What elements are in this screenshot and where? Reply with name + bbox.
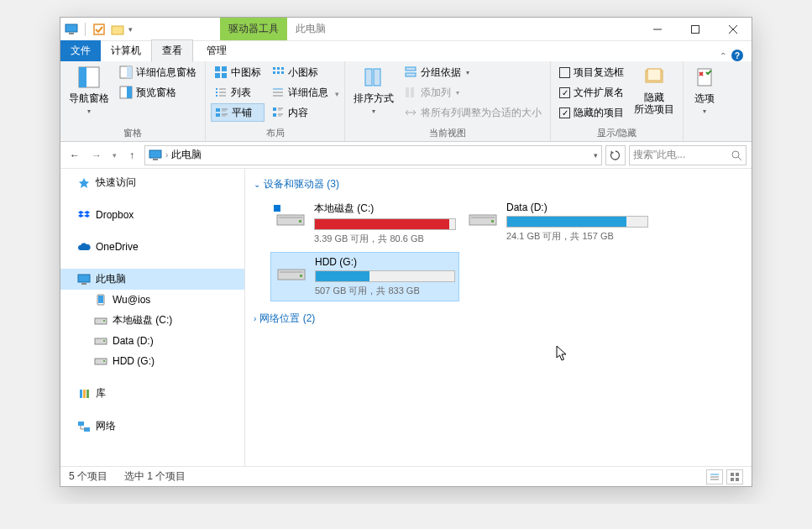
forward-button[interactable]: → — [87, 146, 106, 165]
maximize-button[interactable] — [676, 18, 714, 40]
tab-computer[interactable]: 计算机 — [101, 40, 151, 61]
svg-rect-42 — [273, 113, 276, 117]
preview-pane-icon — [119, 86, 133, 99]
drive-stat: 507 GB 可用，共 833 GB — [315, 285, 455, 297]
drive-icon — [94, 354, 107, 368]
svg-rect-18 — [216, 88, 217, 90]
tab-file[interactable]: 文件 — [60, 40, 101, 61]
details-icon — [271, 86, 285, 99]
checkbox-checked-icon: ✓ — [559, 87, 570, 98]
detail-pane-button[interactable]: 详细信息窗格 — [116, 63, 200, 81]
sort-by-button[interactable]: 排序方式 ▾ — [350, 63, 397, 125]
navigation-pane[interactable]: 快速访问 Dropbox OneDrive 此电脑 Wu@ios 本地磁盘 (C… — [60, 169, 245, 466]
content-pane[interactable]: ⌄ 设备和驱动器 (3) 本地磁盘 (C:)3.39 GB 可用，共 80.6 … — [245, 169, 752, 466]
group-header-network[interactable]: › 网络位置 (2) — [254, 308, 743, 329]
nav-local-disk-c[interactable]: 本地磁盘 (C:) — [60, 310, 244, 331]
svg-rect-59 — [78, 275, 90, 282]
item-checkboxes-toggle[interactable]: 项目复选框 — [556, 63, 627, 81]
svg-rect-46 — [374, 69, 380, 86]
nav-pane-button[interactable]: 导航窗格 ▾ — [65, 63, 113, 125]
nav-pane-icon — [76, 65, 102, 90]
refresh-button[interactable] — [605, 145, 626, 165]
svg-rect-70 — [83, 390, 86, 398]
ribbon-group-current-view: 排序方式 ▾ 分组依据▾ 添加列▾ 将所有列调整为合适的大小 当前视图 — [345, 61, 551, 141]
svg-rect-95 — [731, 478, 734, 481]
list-button[interactable]: 列表 — [211, 83, 265, 102]
chevron-right-icon[interactable]: › — [165, 150, 168, 160]
minimize-button[interactable] — [638, 18, 676, 40]
nav-dropbox[interactable]: Dropbox — [60, 205, 244, 225]
tiles-button[interactable]: 平铺 — [211, 103, 265, 122]
nav-libraries[interactable]: 库 — [60, 383, 244, 404]
nav-hdd-g[interactable]: HDD (G:) — [60, 351, 244, 371]
size-columns-button[interactable]: 将所有列调整为合适的大小 — [401, 103, 545, 122]
large-icons-view-button[interactable] — [726, 469, 743, 484]
drive-tile[interactable]: HDD (G:)507 GB 可用，共 833 GB — [270, 252, 459, 301]
svg-rect-17 — [222, 73, 227, 78]
address-input[interactable]: › 此电脑 ▾ — [144, 145, 602, 165]
help-icon[interactable]: ? — [731, 50, 743, 61]
preview-pane-button[interactable]: 预览窗格 — [116, 83, 200, 102]
recent-dropdown[interactable]: ▾ — [109, 146, 119, 165]
layout-more-icon[interactable]: ▾ — [335, 90, 339, 98]
nav-onedrive[interactable]: OneDrive — [60, 237, 244, 257]
drive-capacity-bar — [314, 218, 456, 230]
new-folder-icon[interactable] — [110, 22, 125, 37]
up-button[interactable]: ↑ — [123, 146, 141, 165]
title-bar: ▾ 驱动器工具 此电脑 — [60, 18, 752, 41]
file-ext-toggle[interactable]: ✓文件扩展名 — [556, 83, 627, 102]
svg-rect-50 — [411, 87, 414, 97]
svg-rect-69 — [80, 390, 82, 398]
hidden-items-toggle[interactable]: ✓隐藏的项目 — [556, 103, 627, 122]
content-button[interactable]: 内容 — [268, 103, 332, 122]
hide-icon — [642, 65, 667, 90]
drive-tile[interactable]: Data (D:)24.1 GB 可用，共 157 GB — [463, 198, 652, 249]
tab-view[interactable]: 查看 — [151, 39, 193, 62]
collapse-ribbon-icon[interactable]: ⌃ — [720, 51, 726, 60]
group-header-devices[interactable]: ⌄ 设备和驱动器 (3) — [254, 174, 743, 195]
nav-data-d[interactable]: Data (D:) — [60, 331, 244, 351]
hide-selected-button[interactable]: 隐藏 所选项目 — [631, 63, 678, 125]
small-icons-button[interactable]: 小图标 — [268, 63, 332, 81]
address-dropdown-icon[interactable]: ▾ — [594, 151, 598, 160]
add-columns-button[interactable]: 添加列▾ — [401, 83, 545, 102]
drive-icon — [466, 202, 500, 245]
svg-rect-15 — [222, 66, 227, 71]
svg-rect-49 — [406, 87, 409, 97]
svg-rect-3 — [112, 26, 123, 34]
breadcrumb-segment[interactable]: 此电脑 — [171, 148, 202, 162]
drive-tile[interactable]: 本地磁盘 (C:)3.39 GB 可用，共 80.6 GB — [270, 198, 459, 249]
ribbon-group-show-hide: 项目复选框 ✓文件扩展名 ✓隐藏的项目 隐藏 所选项目 显示/隐藏 — [551, 61, 684, 141]
nav-this-pc[interactable]: 此电脑 — [60, 269, 244, 290]
nav-quick-access[interactable]: 快速访问 — [60, 172, 244, 193]
details-button[interactable]: 详细信息 — [268, 83, 332, 102]
nav-network[interactable]: 网络 — [60, 416, 244, 437]
small-icons-icon — [271, 65, 285, 79]
address-bar: ← → ▾ ↑ › 此电脑 ▾ 搜索"此电... — [60, 142, 752, 169]
options-button[interactable]: 选项 ▾ — [689, 63, 720, 128]
ribbon-tabs: 文件 计算机 查看 管理 ⌃ ? — [60, 41, 752, 61]
group-by-button[interactable]: 分组依据▾ — [401, 63, 545, 81]
back-button[interactable]: ← — [65, 146, 84, 165]
svg-rect-60 — [81, 283, 86, 285]
nav-wu-ios[interactable]: Wu@ios — [60, 290, 244, 310]
search-input[interactable]: 搜索"此电... — [629, 145, 747, 165]
svg-rect-11 — [127, 66, 132, 78]
close-button[interactable] — [714, 18, 752, 40]
svg-rect-2 — [94, 24, 104, 34]
svg-rect-64 — [103, 320, 105, 322]
svg-rect-30 — [273, 67, 275, 70]
svg-rect-53 — [647, 69, 661, 81]
search-placeholder: 搜索"此电... — [633, 148, 685, 162]
svg-rect-13 — [127, 86, 132, 98]
checkbox-icon[interactable] — [92, 22, 107, 37]
qat-dropdown-icon[interactable]: ▾ — [128, 25, 133, 34]
svg-rect-96 — [736, 478, 739, 481]
monitor-icon[interactable] — [64, 22, 79, 37]
drives-list: 本地磁盘 (C:)3.39 GB 可用，共 80.6 GBData (D:)24… — [254, 195, 743, 308]
explorer-window: ▾ 驱动器工具 此电脑 文件 计算机 查看 管理 ⌃ ? 导航窗格 — [60, 17, 752, 487]
details-view-button[interactable] — [706, 469, 723, 484]
medium-icons-button[interactable]: 中图标 — [211, 63, 265, 81]
tab-manage[interactable]: 管理 — [196, 40, 237, 61]
dropbox-icon — [77, 208, 91, 222]
